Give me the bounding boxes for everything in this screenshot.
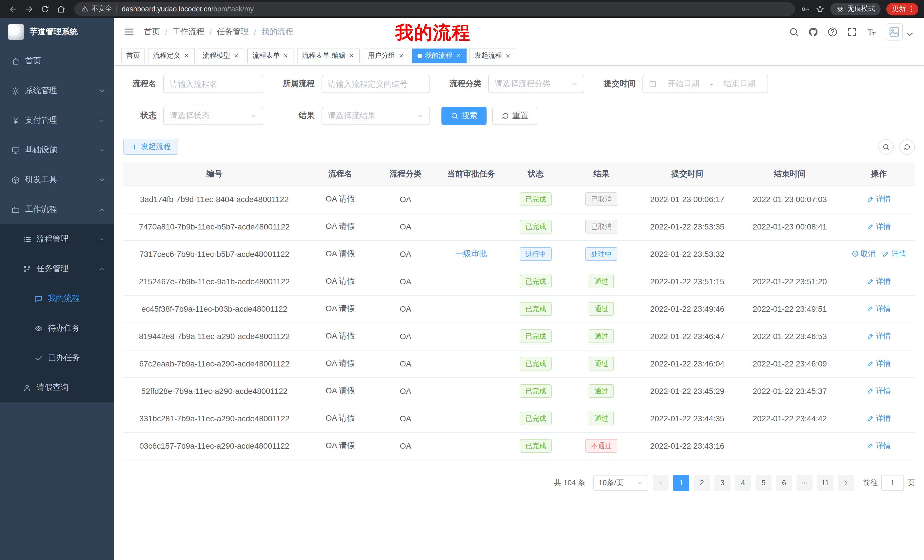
sidebar-item-label: 流程管理 <box>36 234 69 244</box>
tab-item[interactable]: 流程表单 <box>247 48 294 63</box>
sidebar-item-label: 待办任务 <box>48 323 80 333</box>
result-select[interactable]: 请选择流结果 <box>321 107 430 125</box>
toggle-search-button[interactable] <box>878 139 894 154</box>
browser-reload-button[interactable] <box>38 1 52 16</box>
pagination-page-button[interactable]: 6 <box>776 475 792 491</box>
security-indicator[interactable]: 不安全 <box>81 4 112 14</box>
table-row: 67c2eaab-7b9a-11ec-a290-acde48001122OA 请… <box>123 350 915 377</box>
detail-action-link[interactable]: 详情 <box>867 358 891 369</box>
address-bar[interactable]: 不安全 dashboard.yudao.iocoder.cn/bpm/task/… <box>74 2 795 16</box>
create-process-button[interactable]: 发起流程 <box>123 139 178 155</box>
status-select[interactable]: 请选择状态 <box>164 107 263 125</box>
pagination-page-button[interactable]: 5 <box>756 475 771 491</box>
font-size-icon[interactable] <box>866 27 877 37</box>
search-button[interactable]: 搜索 <box>441 107 486 125</box>
fullscreen-icon[interactable] <box>847 27 857 37</box>
sidebar-item[interactable]: 支付管理 <box>0 106 114 135</box>
sidebar-item-label: 支付管理 <box>25 115 57 126</box>
browser-forward-button[interactable] <box>22 1 36 16</box>
process-definition-input[interactable] <box>328 79 424 88</box>
detail-action-link[interactable]: 详情 <box>882 249 906 259</box>
browser-update-button[interactable]: 更新 <box>886 3 918 15</box>
sidebar-item-label: 基础设施 <box>25 145 57 155</box>
detail-action-link[interactable]: 详情 <box>867 413 891 424</box>
close-icon[interactable] <box>348 52 355 59</box>
reload-icon <box>40 4 50 13</box>
detail-action-link[interactable]: 详情 <box>867 194 891 204</box>
cancel-action-link[interactable]: 取消 <box>852 249 876 259</box>
pagination-page-button[interactable]: 1 <box>673 475 689 491</box>
detail-action-link[interactable]: 详情 <box>867 276 891 287</box>
detail-action-link[interactable]: 详情 <box>867 386 891 396</box>
cell-id: 67c2eaab-7b9a-11ec-a290-acde48001122 <box>123 350 306 377</box>
header-search-icon[interactable] <box>789 27 799 37</box>
page-size-value: 10条/页 <box>598 478 624 488</box>
password-key-icon[interactable] <box>801 4 810 13</box>
cell-process-name: OA 请假 <box>306 295 375 322</box>
browser-home-button[interactable] <box>54 1 69 16</box>
pagination-prev-button[interactable] <box>653 475 669 491</box>
cell-process-name: OA 请假 <box>306 405 375 432</box>
refresh-table-button[interactable] <box>900 139 915 154</box>
app-logo[interactable]: 芋道管理系统 <box>0 18 114 46</box>
tab-item[interactable]: 流程定义 <box>148 48 195 63</box>
browser-back-button[interactable] <box>6 1 21 16</box>
category-select[interactable]: 请选择流程分类 <box>488 75 584 93</box>
page-size-select[interactable]: 10条/页 <box>593 475 648 491</box>
detail-action-link[interactable]: 详情 <box>867 441 891 451</box>
close-icon[interactable] <box>183 52 190 59</box>
github-icon[interactable] <box>808 27 818 37</box>
sidebar-item[interactable]: 待办任务 <box>0 313 114 343</box>
kebab-menu-icon[interactable] <box>908 5 915 13</box>
help-icon[interactable] <box>828 27 838 37</box>
sidebar-item[interactable]: 基础设施 <box>0 135 114 165</box>
chevron-down-icon <box>250 112 257 119</box>
close-icon[interactable] <box>283 52 289 59</box>
close-icon[interactable] <box>455 52 461 59</box>
sidebar-item[interactable]: 已办任务 <box>0 343 114 373</box>
pagination-goto: 前往 页 <box>863 475 915 491</box>
sidebar-item[interactable]: 流程管理 <box>0 225 114 254</box>
sidebar-item[interactable]: 工作流程 <box>0 195 114 225</box>
sidebar-toggle-icon[interactable] <box>123 26 135 37</box>
goto-page-input[interactable] <box>881 475 904 491</box>
status-badge: 已完成 <box>520 220 552 234</box>
tab-item[interactable]: 发起流程 <box>470 48 516 63</box>
submit-time-range-picker[interactable]: 开始日期 - 结束日期 <box>642 75 768 93</box>
detail-action-link[interactable]: 详情 <box>867 331 891 341</box>
tab-item[interactable]: 流程表单-编辑 <box>297 48 360 63</box>
pagination-ellipsis[interactable] <box>796 475 813 491</box>
incognito-label: 无痕模式 <box>848 4 875 14</box>
breadcrumb-item[interactable]: 工作流程 <box>172 27 204 37</box>
reset-button[interactable]: 重置 <box>492 107 537 125</box>
sidebar-item[interactable]: 首页 <box>0 46 114 76</box>
pagination-page-button[interactable]: 3 <box>714 475 730 491</box>
infrastructure-icon <box>11 146 20 154</box>
current-task-link[interactable]: 一级审批 <box>455 249 487 258</box>
pagination-page-button[interactable]: 11 <box>817 475 833 491</box>
close-icon[interactable] <box>505 52 511 59</box>
sidebar-item[interactable]: 研发工具 <box>0 165 114 195</box>
category-label: 流程分类 <box>441 79 482 89</box>
close-icon[interactable] <box>398 52 404 59</box>
tab-item[interactable]: 用户分组 <box>363 48 410 63</box>
breadcrumb-item[interactable]: 任务管理 <box>217 27 249 37</box>
tab-item[interactable]: 首页 <box>121 48 145 63</box>
close-icon[interactable] <box>233 52 239 59</box>
tab-item[interactable]: 我的流程 <box>412 48 466 63</box>
sidebar-item[interactable]: 任务管理 <box>0 254 114 284</box>
pagination-next-button[interactable] <box>838 475 854 491</box>
sidebar-item[interactable]: 我的流程 <box>0 284 114 313</box>
user-avatar[interactable] <box>886 23 915 40</box>
process-name-input[interactable] <box>170 79 257 88</box>
pagination-page-button[interactable]: 4 <box>735 475 751 491</box>
breadcrumb-item[interactable]: 首页 <box>144 27 160 37</box>
status-badge: 已完成 <box>520 357 552 370</box>
detail-action-link[interactable]: 详情 <box>867 304 891 314</box>
sidebar-item[interactable]: 请假查询 <box>0 373 114 403</box>
bookmark-star-icon[interactable] <box>816 4 825 13</box>
detail-action-link[interactable]: 详情 <box>867 222 891 232</box>
pagination-page-button[interactable]: 2 <box>694 475 710 491</box>
tab-item[interactable]: 流程模型 <box>198 48 244 63</box>
sidebar-item[interactable]: 系统管理 <box>0 76 114 106</box>
